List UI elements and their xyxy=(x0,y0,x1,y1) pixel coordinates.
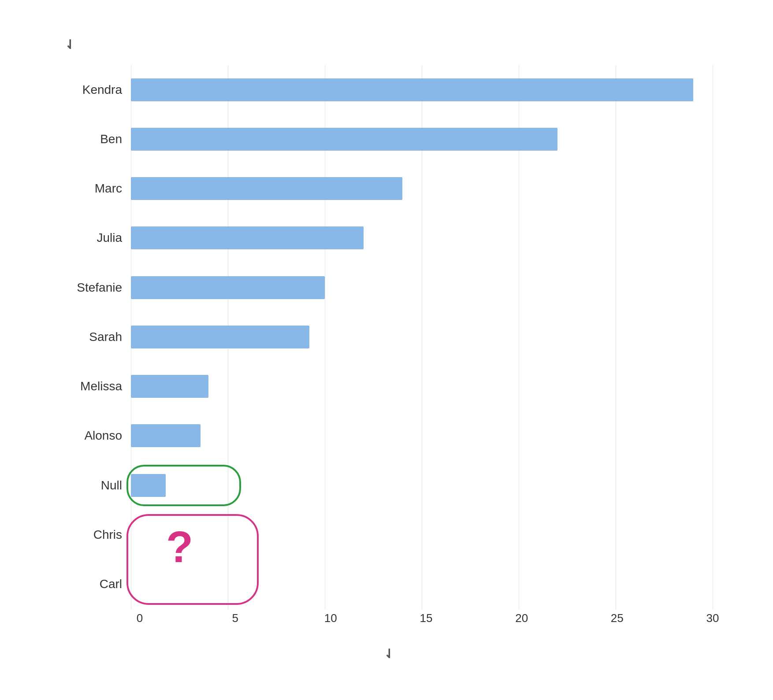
bars-grid xyxy=(131,65,713,609)
x-tick-5: 5 xyxy=(232,611,238,625)
x-ticks-area: 051015202530 xyxy=(140,611,713,629)
y-label-alonso: Alonso xyxy=(60,430,122,442)
x-tick-0: 0 xyxy=(137,611,143,625)
y-labels: KendraBenMarcJuliaStefanieSarahMelissaAl… xyxy=(60,65,131,609)
x-tick-25: 25 xyxy=(611,611,624,625)
bar-stefanie xyxy=(131,276,325,299)
bar-melissa xyxy=(131,375,208,398)
bar-alonso xyxy=(131,424,201,447)
filter-icon[interactable]: ⇃ xyxy=(65,37,75,52)
y-label-marc: Marc xyxy=(60,182,122,195)
y-label-stefanie: Stefanie xyxy=(60,281,122,294)
bars-section: KendraBenMarcJuliaStefanieSarahMelissaAl… xyxy=(60,65,713,609)
y-label-carl: Carl xyxy=(60,578,122,590)
x-tick-10: 10 xyxy=(324,611,337,625)
bar-row-julia xyxy=(131,222,713,253)
bar-kendra xyxy=(131,78,693,101)
y-label-ben: Ben xyxy=(60,133,122,145)
bar-row-stefanie xyxy=(131,272,713,303)
y-label-sarah: Sarah xyxy=(60,331,122,343)
y-label-null: Null xyxy=(60,479,122,492)
x-tick-30: 30 xyxy=(706,611,719,625)
bar-row-kendra xyxy=(131,74,713,105)
x-filter-icon[interactable]: ⇃ xyxy=(384,647,394,661)
bar-null xyxy=(131,474,166,497)
x-tick-15: 15 xyxy=(420,611,433,625)
bar-row-null xyxy=(131,470,713,501)
bar-marc xyxy=(131,177,402,200)
bar-ben xyxy=(131,128,557,151)
grid-line xyxy=(713,65,713,609)
y-label-melissa: Melissa xyxy=(60,380,122,393)
chart-title: ⇃ xyxy=(60,37,713,52)
y-label-julia: Julia xyxy=(60,232,122,244)
bar-julia xyxy=(131,226,364,249)
bar-row-ben xyxy=(131,124,713,155)
x-axis-title: ⇃ xyxy=(60,647,713,661)
bar-row-chris xyxy=(131,519,713,550)
chart-area: KendraBenMarcJuliaStefanieSarahMelissaAl… xyxy=(60,65,713,629)
bar-row-marc xyxy=(131,173,713,204)
bar-row-sarah xyxy=(131,322,713,352)
bar-row-melissa xyxy=(131,371,713,402)
bar-sarah xyxy=(131,326,309,348)
chart-container: ⇃ KendraBenMarcJuliaStefanieSarahMelissa… xyxy=(34,20,739,681)
bar-row-carl xyxy=(131,569,713,600)
y-label-kendra: Kendra xyxy=(60,84,122,96)
y-label-chris: Chris xyxy=(60,529,122,541)
bar-row-alonso xyxy=(131,420,713,451)
x-tick-20: 20 xyxy=(515,611,528,625)
x-axis-ticks: 051015202530 xyxy=(60,611,713,629)
